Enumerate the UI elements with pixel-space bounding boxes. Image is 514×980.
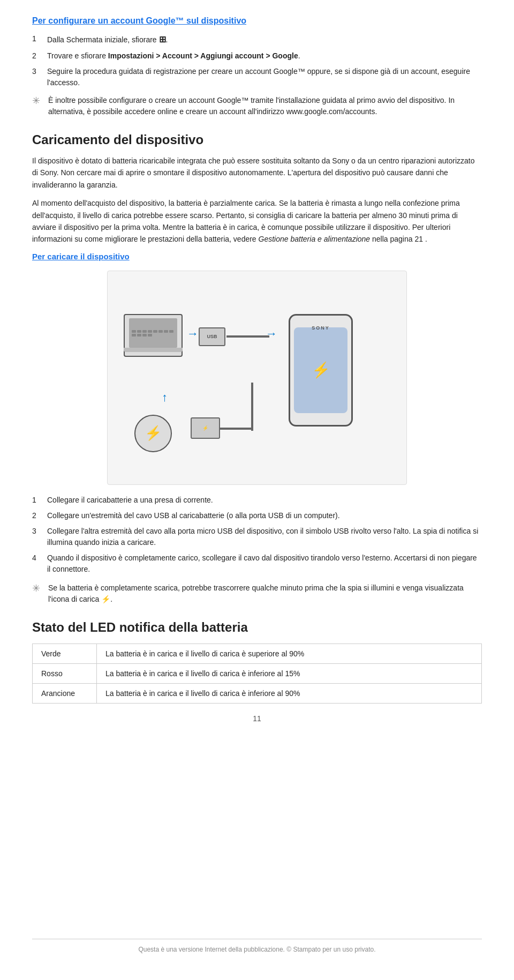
section2-heading: Stato del LED notifica della batteria	[32, 620, 482, 635]
usb-adapter: USB	[199, 327, 225, 346]
arrow-icon-1: →	[187, 327, 199, 341]
tip-text: È inoltre possibile configurare o creare…	[48, 95, 482, 117]
charging-icon: ⚡	[312, 361, 330, 379]
grid-icon: ⊞	[159, 35, 166, 44]
adapter-label: ⚡	[202, 425, 208, 431]
table-row: Rosso La batteria è in carica e il livel…	[33, 663, 482, 683]
tip-text-2: Se la batteria è completamente scarica, …	[48, 582, 482, 605]
led-color-verde: Verde	[33, 644, 97, 663]
section1-p1: Il dispositivo è dotato di batteria rica…	[32, 155, 482, 191]
diagram-box: → USB → SONY ⚡ ⚡ → ⚡	[107, 271, 407, 485]
lightning-icon: ⚡	[145, 425, 162, 442]
step-number: 3	[32, 526, 47, 548]
charging-steps: 1 Collegare il caricabatterie a una pres…	[32, 495, 482, 575]
phone-screen: ⚡	[294, 327, 347, 413]
tip-block-2: ✳ Se la batteria è completamente scarica…	[32, 582, 482, 605]
charge-step-2: 2 Collegare un'estremità del cavo USB al…	[32, 510, 482, 521]
section1-p2: Al momento dell'acquisto del dispositivo…	[32, 197, 482, 245]
step-1: 1 Dalla Schermata iniziale, sfiorare ⊞.	[32, 33, 482, 46]
cable-v	[220, 428, 252, 430]
led-table: Verde La batteria è in carica e il livel…	[32, 644, 482, 704]
phone-illustration: SONY ⚡	[289, 314, 353, 427]
charge-step-4: 4 Quando il dispositivo è completamente …	[32, 552, 482, 575]
led-desc-arancione: La batteria è in carica e il livello di …	[97, 683, 482, 703]
tip-icon: ✳	[32, 94, 48, 108]
per-caricare-link[interactable]: Per caricare il dispositivo	[32, 252, 130, 261]
laptop-illustration	[124, 314, 183, 357]
step-number: 2	[32, 50, 47, 62]
led-color-arancione: Arancione	[33, 683, 97, 703]
cable-vert	[251, 383, 253, 431]
step-number: 3	[32, 66, 47, 88]
step-2: 2 Trovare e sfiorare Impostazioni > Acco…	[32, 50, 482, 62]
cable-h	[226, 335, 269, 338]
footer: Questa è una versione Internet della pub…	[32, 939, 482, 953]
charge-step-1: 1 Collegare il caricabatterie a una pres…	[32, 495, 482, 506]
step-number: 4	[32, 552, 47, 575]
tip-block-1: ✳ È inoltre possibile configurare o crea…	[32, 95, 482, 117]
step-number: 2	[32, 510, 47, 521]
arrow-icon-2: →	[266, 327, 277, 341]
section1-heading: Caricamento del dispositivo	[32, 132, 482, 147]
bold-text: Impostazioni > Account > Aggiungi accoun…	[108, 51, 298, 60]
arrow-icon-3: →	[157, 392, 171, 404]
setup-steps: 1 Dalla Schermata iniziale, sfiorare ⊞. …	[32, 33, 482, 88]
led-desc-rosso: La batteria è in carica e il livello di …	[97, 663, 482, 683]
led-desc-verde: La batteria è in carica e il livello di …	[97, 644, 482, 663]
table-row: Arancione La batteria è in carica e il l…	[33, 683, 482, 703]
charge-step-3: 3 Collegare l'altra estremità del cavo a…	[32, 526, 482, 548]
charger-illustration: ⚡	[134, 415, 172, 452]
table-row: Verde La batteria è in carica e il livel…	[33, 644, 482, 663]
charging-diagram: → USB → SONY ⚡ ⚡ → ⚡	[32, 271, 482, 485]
step-content: Dalla Schermata iniziale, sfiorare ⊞.	[47, 33, 482, 46]
section-title-link[interactable]: Per configurare un account Google™ sul d…	[32, 16, 482, 26]
step-number: 1	[32, 33, 47, 46]
step-content: Trovare e sfiorare Impostazioni > Accoun…	[47, 50, 482, 62]
sony-label: SONY	[312, 325, 330, 331]
step-3: 3 Seguire la procedura guidata di regist…	[32, 66, 482, 88]
page-number: 11	[32, 714, 482, 723]
step-number: 1	[32, 495, 47, 506]
power-adapter: ⚡	[191, 417, 220, 439]
footer-text: Questa è una versione Internet della pub…	[138, 946, 375, 953]
led-color-rosso: Rosso	[33, 663, 97, 683]
tip-icon-2: ✳	[32, 581, 48, 596]
